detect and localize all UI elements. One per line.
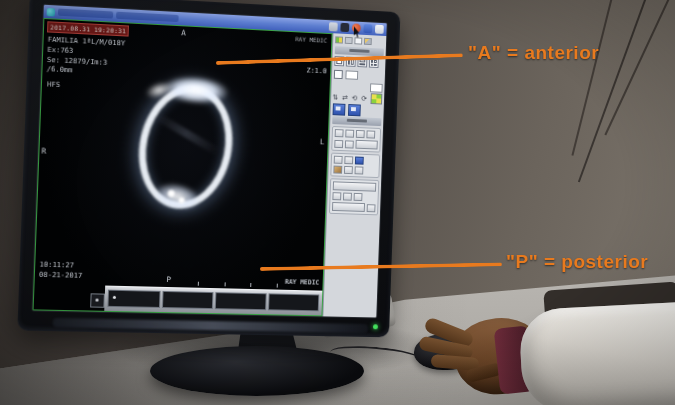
tool-button[interactable] (334, 139, 343, 147)
flip-vertical-icon[interactable]: ⇅ (333, 93, 339, 100)
tool-button-row (331, 202, 375, 212)
tool-button[interactable] (332, 192, 341, 200)
tool-button[interactable] (366, 130, 375, 138)
right-marker: R (41, 147, 46, 156)
display-mode-buttons (332, 103, 382, 116)
panel-section-header (332, 116, 382, 126)
wall-cable (604, 0, 669, 135)
labcoat-sleeve (518, 302, 675, 405)
panel-option-row (333, 69, 383, 81)
zoom-factor-label: Z:1.0 (306, 67, 327, 76)
tool-button-active[interactable] (354, 156, 363, 164)
thumbnail-slot[interactable] (215, 292, 267, 310)
titlebar-spacer (182, 19, 326, 27)
undo-icon[interactable] (329, 22, 338, 31)
tool-button-row (333, 166, 377, 175)
tool-button-row (333, 156, 377, 166)
bezel-glare (52, 318, 368, 333)
option-field[interactable] (370, 83, 383, 92)
tool-button[interactable] (355, 130, 364, 138)
tool-button[interactable] (342, 193, 351, 201)
vendor-watermark: RAY MEDIC (285, 278, 320, 287)
rotate-cw-icon[interactable]: ⟳ (361, 95, 367, 102)
tool-panel: ⇅ ⇄ ⟲ ⟳ (322, 33, 386, 317)
tool-button-row (334, 129, 378, 139)
tool-button[interactable] (343, 166, 352, 174)
tool-button[interactable] (332, 181, 376, 191)
tool-button[interactable] (344, 140, 353, 148)
menu-chip[interactable] (116, 12, 179, 22)
tool-group-box (330, 153, 380, 178)
tool-button[interactable] (334, 129, 343, 137)
ct-axial-image[interactable] (127, 76, 243, 217)
tool-button-row (334, 139, 378, 150)
tool-button[interactable] (367, 204, 376, 212)
thumbnail-slot[interactable] (107, 290, 160, 308)
patient-info-block: FAMILIA 1ªL/M/018Y Ex:763 Se: 12879/Im:3… (46, 36, 125, 79)
posterior-marker: P (166, 275, 171, 284)
power-led (373, 324, 378, 329)
tool-button-row (332, 192, 376, 201)
screen-icon[interactable] (340, 23, 349, 32)
filmstrip-button[interactable] (90, 293, 105, 307)
tool-button[interactable] (353, 193, 362, 201)
white-tool-icon[interactable] (354, 37, 362, 44)
wall-cable (571, 0, 614, 156)
tool-button[interactable] (344, 156, 353, 164)
panel-option-row (333, 81, 383, 93)
patient-orientation-label: HFS (47, 80, 60, 89)
thumbnail-slot[interactable] (162, 291, 214, 309)
option-field[interactable] (345, 70, 358, 79)
photo-scene: 2017.08.31 19:20:31 FAMILIA 1ªL/M/018Y E… (0, 0, 675, 405)
flip-horizontal-icon[interactable]: ⇄ (342, 94, 348, 101)
tool-group-box (328, 178, 379, 215)
slider-ticks (198, 282, 278, 288)
acquisition-date: 08-21-2017 (39, 270, 83, 281)
tool-button[interactable] (355, 140, 378, 150)
app-body: 2017.08.31 19:20:31 FAMILIA 1ªL/M/018Y E… (33, 18, 387, 317)
tool-button-row (332, 181, 376, 191)
tool-button[interactable] (345, 129, 354, 137)
palette-tool-button[interactable] (333, 166, 342, 174)
anterior-marker: A (181, 28, 186, 37)
posterior-callout-label: "P" = posterior (506, 251, 648, 273)
document-icon[interactable] (375, 25, 384, 34)
tool-group-box (331, 126, 381, 153)
gray-tool-icon[interactable] (344, 37, 352, 44)
thumbnail-slot[interactable] (268, 293, 319, 311)
orientation-tools: ⇅ ⇄ ⟲ ⟳ (333, 92, 383, 103)
recorder-timestamp-badge: 2017.08.31 19:20:31 (47, 21, 129, 36)
mode-tile-icon[interactable] (347, 104, 360, 116)
option-checkbox[interactable] (333, 69, 342, 78)
color-grid-icon[interactable] (370, 93, 382, 104)
grid-swatch-icon[interactable] (335, 36, 343, 43)
panel-top-icons (335, 35, 385, 46)
tool-button[interactable] (331, 202, 365, 212)
corner-watermark: RAY MEDIC (295, 35, 327, 44)
menu-chip[interactable] (58, 9, 113, 19)
layout-icon[interactable] (363, 24, 372, 33)
pencil-icon[interactable] (363, 38, 371, 45)
tool-button[interactable] (333, 156, 342, 164)
monitor-screen: 2017.08.31 19:20:31 FAMILIA 1ªL/M/018Y E… (31, 4, 387, 319)
wall-cable (578, 0, 648, 182)
tool-button[interactable] (354, 166, 363, 174)
anterior-callout-label: "A" = anterior (468, 42, 599, 64)
mode-tile-icon[interactable] (332, 103, 345, 115)
rotate-ccw-icon[interactable]: ⟲ (352, 94, 358, 101)
thumbnail-filmstrip[interactable] (104, 286, 322, 316)
acquisition-datetime: 10:11:27 08-21-2017 (39, 259, 83, 281)
crt-monitor: 2017.08.31 19:20:31 FAMILIA 1ªL/M/018Y E… (17, 0, 400, 337)
viewer-app-icon[interactable] (47, 7, 56, 16)
left-marker: L (320, 138, 325, 147)
